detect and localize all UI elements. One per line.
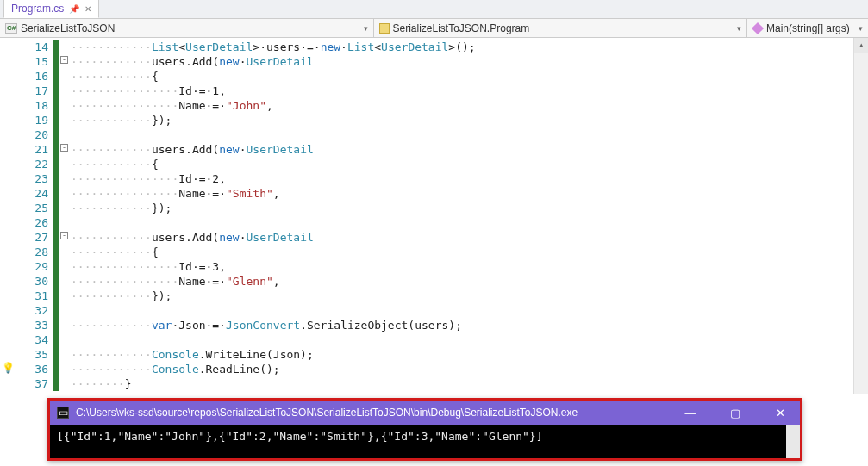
maximize-button[interactable]: ▢ — [722, 407, 748, 419]
console-output: [{"Id":1,"Name":"John"},{"Id":2,"Name":"… — [50, 425, 800, 448]
code-line[interactable]: ············Console.WriteLine(Json); — [71, 347, 868, 362]
code-editor[interactable]: 💡 14151617181920212223242526272829303132… — [0, 38, 868, 394]
console-window: ▭ C:\Users\vks-ssd\source\repos\Serializ… — [47, 398, 802, 461]
margin-icons: 💡 — [0, 38, 16, 394]
line-number-gutter: 1415161718192021222324252627282930313233… — [16, 38, 53, 394]
chevron-down-icon: ▾ — [364, 24, 368, 33]
lightbulb-icon[interactable]: 💡 — [2, 362, 15, 374]
code-area[interactable]: ············List<UserDetail>·users·=·new… — [71, 38, 868, 394]
method-label: Main(string[] args) — [766, 22, 850, 34]
code-line[interactable] — [71, 127, 868, 142]
chevron-down-icon: ▾ — [859, 24, 863, 33]
code-line[interactable]: ············{ — [71, 157, 868, 171]
line-number: 33 — [16, 318, 48, 332]
close-icon[interactable]: ✕ — [84, 4, 91, 14]
class-dropdown[interactable]: SerializeListToJSON.Program ▾ — [374, 19, 748, 37]
code-line[interactable]: ············users.Add(new·UserDetail — [71, 142, 868, 157]
vertical-scrollbar[interactable]: ▴ — [853, 38, 868, 394]
console-title-text: C:\Users\vks-ssd\source\repos\SerializeL… — [76, 407, 578, 419]
code-line[interactable]: ············users.Add(new·UserDetail — [71, 54, 868, 69]
pin-icon[interactable]: 📌 — [69, 4, 79, 14]
code-line[interactable]: ················Id·=·3, — [71, 259, 868, 274]
line-number: 34 — [16, 332, 48, 347]
class-icon — [379, 23, 390, 34]
outline-column: --- — [59, 38, 71, 394]
line-number: 31 — [16, 289, 48, 303]
chevron-down-icon: ▾ — [737, 24, 741, 33]
method-icon — [752, 23, 763, 34]
code-line[interactable]: ············users.Add(new·UserDetail — [71, 230, 868, 245]
console-title-bar[interactable]: ▭ C:\Users\vks-ssd\source\repos\Serializ… — [50, 401, 800, 425]
code-line[interactable]: ············}); — [71, 113, 868, 127]
code-line[interactable]: ········} — [71, 376, 868, 391]
namespace-dropdown[interactable]: C# SerializeListToJSON ▾ — [0, 19, 374, 37]
console-app-icon: ▭ — [57, 407, 69, 419]
navigation-bar: C# SerializeListToJSON ▾ SerializeListTo… — [0, 19, 868, 38]
file-tab-bar: Program.cs 📌 ✕ — [0, 0, 868, 19]
line-number: 25 — [16, 201, 48, 215]
scroll-up-icon[interactable]: ▴ — [854, 38, 868, 53]
code-line[interactable]: ············}); — [71, 201, 868, 215]
line-number: 36 — [16, 362, 48, 376]
code-line[interactable]: ············{ — [71, 69, 868, 84]
code-line[interactable]: ············{ — [71, 245, 868, 259]
csharp-project-icon: C# — [5, 23, 17, 34]
line-number: 22 — [16, 157, 48, 171]
line-number: 18 — [16, 98, 48, 113]
code-line[interactable]: ············var·Json·=·JsonConvert.Seria… — [71, 318, 868, 332]
code-line[interactable]: ············Console.ReadLine(); — [71, 362, 868, 376]
line-number: 15 — [16, 54, 48, 69]
line-number: 20 — [16, 127, 48, 142]
line-number: 16 — [16, 69, 48, 84]
code-line[interactable]: ············}); — [71, 289, 868, 303]
fold-toggle[interactable]: - — [60, 56, 68, 64]
class-label: SerializeListToJSON.Program — [393, 22, 530, 34]
code-line[interactable]: ················Id·=·2, — [71, 171, 868, 186]
line-number: 14 — [16, 40, 48, 54]
code-line[interactable]: ················Name·=·"Glenn", — [71, 274, 868, 289]
line-number: 29 — [16, 259, 48, 274]
line-number: 21 — [16, 142, 48, 157]
file-tab-program[interactable]: Program.cs 📌 ✕ — [3, 0, 99, 18]
line-number: 35 — [16, 347, 48, 362]
line-number: 26 — [16, 215, 48, 230]
close-button[interactable]: ✕ — [767, 407, 793, 419]
fold-toggle[interactable]: - — [60, 144, 68, 152]
line-number: 24 — [16, 186, 48, 201]
line-number: 28 — [16, 245, 48, 259]
line-number: 37 — [16, 376, 48, 391]
code-line[interactable]: ················Name·=·"John", — [71, 98, 868, 113]
line-number: 27 — [16, 230, 48, 245]
code-line[interactable] — [71, 332, 868, 347]
code-line[interactable] — [71, 215, 868, 230]
namespace-label: SerializeListToJSON — [21, 22, 115, 34]
code-line[interactable]: ················Id·=·1, — [71, 84, 868, 98]
line-number: 32 — [16, 303, 48, 318]
line-number: 17 — [16, 84, 48, 98]
console-scrollbar[interactable] — [786, 425, 800, 458]
minimize-button[interactable]: — — [678, 407, 703, 419]
line-number: 19 — [16, 113, 48, 127]
line-number: 23 — [16, 171, 48, 186]
code-line[interactable] — [71, 303, 868, 318]
method-dropdown[interactable]: Main(string[] args) ▾ — [747, 19, 868, 37]
fold-toggle[interactable]: - — [60, 232, 68, 239]
file-tab-label: Program.cs — [11, 3, 64, 15]
line-number: 30 — [16, 274, 48, 289]
code-line[interactable]: ············List<UserDetail>·users·=·new… — [71, 40, 868, 54]
code-line[interactable]: ················Name·=·"Smith", — [71, 186, 868, 201]
